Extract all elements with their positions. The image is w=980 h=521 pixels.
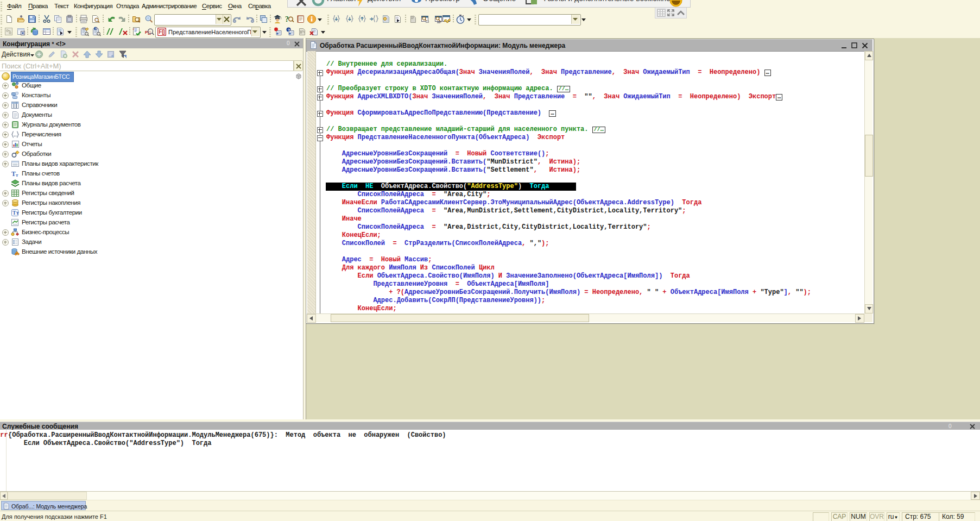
svg-text:Тт: Тт (12, 210, 19, 216)
svg-text:т: т (16, 172, 18, 178)
svg-text:?: ? (285, 15, 289, 23)
svg-text:Т: Т (11, 170, 16, 178)
svg-text:?: ? (94, 27, 97, 31)
svg-text:]: ] (163, 29, 165, 35)
